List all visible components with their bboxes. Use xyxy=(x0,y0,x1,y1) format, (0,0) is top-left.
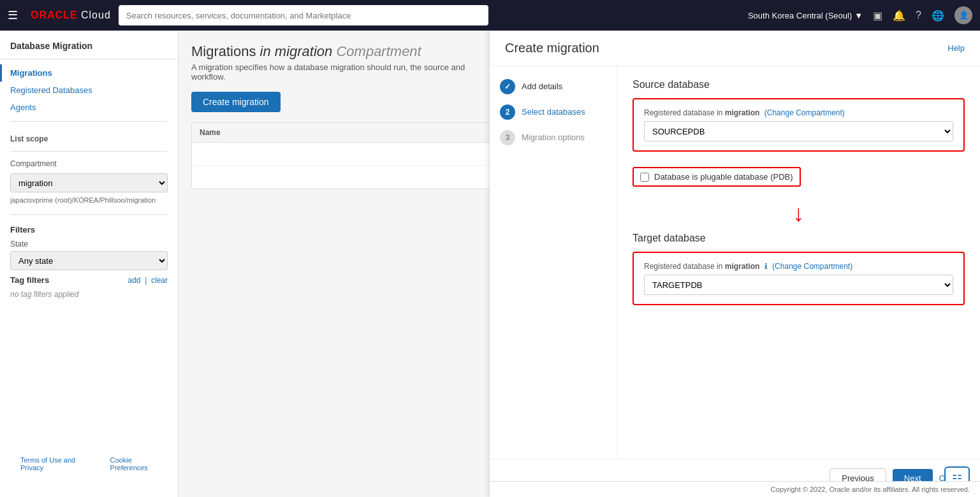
page-title-in: in migration xyxy=(260,43,333,59)
top-navigation: ☰ ORACLE Cloud South Korea Central (Seou… xyxy=(0,0,980,31)
source-change-compartment-link[interactable]: (Change Compartment) xyxy=(764,108,845,117)
divider-3 xyxy=(10,214,168,215)
source-label-bold: migration xyxy=(725,108,760,117)
search-input[interactable] xyxy=(119,5,488,25)
target-change-compartment-link[interactable]: (Change Compartment) xyxy=(772,262,852,271)
compartment-label: Compartment xyxy=(0,157,178,171)
pdb-checkbox[interactable] xyxy=(640,173,649,182)
help-link[interactable]: Help xyxy=(947,43,965,53)
tag-clear-link[interactable]: clear xyxy=(151,276,168,285)
target-db-title: Target database xyxy=(633,233,965,244)
app-title: Database Migration xyxy=(0,41,178,59)
pdb-checkbox-container: Database is plugable database (PDB) xyxy=(633,167,801,187)
filters-section: Filters State Any state Active Inactive … xyxy=(0,220,178,304)
step-select-databases[interactable]: 2 Select databases xyxy=(500,104,606,120)
step-2-number: 2 xyxy=(500,104,515,120)
filters-title: Filters xyxy=(10,225,168,234)
terms-link[interactable]: Terms of Use and Privacy xyxy=(10,449,92,479)
pdb-text: Database is plugable database (PDB) xyxy=(654,172,793,182)
step-3-number: 3 xyxy=(500,130,515,145)
target-db-select[interactable]: TARGETPDB xyxy=(644,275,953,295)
target-info-icon[interactable]: ℹ xyxy=(764,262,768,271)
create-migration-button[interactable]: Create migration xyxy=(191,92,281,112)
menu-icon[interactable]: ☰ xyxy=(8,8,18,22)
tag-links: add | clear xyxy=(128,276,168,285)
target-label-bold: migration xyxy=(725,262,760,271)
bell-icon[interactable]: 🔔 xyxy=(893,10,905,22)
target-field-label: Registered database in migration ℹ (Chan… xyxy=(644,262,953,271)
region-label: South Korea Central (Seoul) xyxy=(748,11,852,20)
step-3-label: Migration options xyxy=(522,130,585,142)
sidebar-item-registered-databases[interactable]: Registered Databases xyxy=(0,82,178,99)
divider-2 xyxy=(10,151,168,152)
tag-filters-label: Tag filters xyxy=(10,275,49,285)
target-label-prefix: Registered database in xyxy=(644,262,722,271)
panel-body: ✓ Add details 2 Select databases 3 Migra… xyxy=(490,66,980,459)
source-db-title: Source database xyxy=(633,79,965,90)
step-1-label: Add details xyxy=(522,79,562,91)
source-db-card: Registered database in migration (Change… xyxy=(633,98,965,152)
target-database-section: Target database Registered database in m… xyxy=(633,233,965,305)
panel-header: Create migration Help xyxy=(490,31,980,66)
arrow-indicator: ↓ xyxy=(633,202,965,225)
source-field-label: Registered database in migration (Change… xyxy=(644,108,953,117)
tag-filters-row: Tag filters add | clear xyxy=(10,275,168,285)
create-migration-panel: Create migration Help ✓ Add details 2 Se… xyxy=(489,31,980,497)
page-subtitle: A migration specifies how a database mig… xyxy=(191,62,485,82)
list-scope-title: List scope xyxy=(0,127,178,146)
source-db-select[interactable]: SOURCEPDB xyxy=(644,121,953,141)
source-label-prefix: Registered database in xyxy=(644,108,722,117)
down-arrow-icon: ↓ xyxy=(633,202,965,225)
page-title-migrations: Migrations xyxy=(191,43,256,59)
no-tags-text: no tag filters applied xyxy=(10,287,168,299)
state-filter-label: State xyxy=(10,240,168,248)
copyright-text: Copyright © 2022, Oracle and/or its affi… xyxy=(490,481,980,497)
step-2-label: Select databases xyxy=(522,104,585,117)
monitor-icon[interactable]: ▣ xyxy=(873,10,882,22)
region-caret-icon: ▼ xyxy=(854,11,863,20)
pdb-label-container[interactable]: Database is plugable database (PDB) xyxy=(633,167,801,187)
oracle-logo: ORACLE Cloud xyxy=(31,10,111,21)
source-database-section: Source database Registered database in m… xyxy=(633,79,965,187)
sidebar-item-migrations[interactable]: Migrations xyxy=(0,64,178,82)
target-db-card: Registered database in migration ℹ (Chan… xyxy=(633,252,965,305)
compartment-select[interactable]: migration xyxy=(10,173,168,192)
step-migration-options[interactable]: 3 Migration options xyxy=(500,130,606,145)
main-layout: Database Migration Migrations Registered… xyxy=(0,31,980,497)
globe-icon[interactable]: 🌐 xyxy=(932,10,944,22)
user-avatar[interactable]: 👤 xyxy=(954,6,972,24)
state-filter-select[interactable]: Any state Active Inactive Failed Succeed… xyxy=(10,251,168,270)
steps-sidebar: ✓ Add details 2 Select databases 3 Migra… xyxy=(490,66,617,459)
divider-1 xyxy=(10,121,168,122)
step-1-number: ✓ xyxy=(500,79,515,94)
tag-add-link[interactable]: add xyxy=(128,276,141,285)
region-selector[interactable]: South Korea Central (Seoul) ▼ xyxy=(748,11,863,20)
page-title-compartment: Compartment xyxy=(336,43,421,59)
nav-right: South Korea Central (Seoul) ▼ ▣ 🔔 ? 🌐 👤 xyxy=(748,6,972,24)
sidebar-item-agents[interactable]: Agents xyxy=(0,99,178,116)
left-sidebar: Database Migration Migrations Registered… xyxy=(0,31,179,497)
compartment-path: japacisvprime (root)/KOREA/Phillsoo/migr… xyxy=(0,195,178,209)
help-icon[interactable]: ? xyxy=(916,10,921,21)
panel-main-content: Source database Registered database in m… xyxy=(617,66,980,459)
cookie-link[interactable]: Cookie Preferences xyxy=(100,449,168,479)
step-add-details[interactable]: ✓ Add details xyxy=(500,79,606,94)
panel-title: Create migration xyxy=(505,41,599,55)
